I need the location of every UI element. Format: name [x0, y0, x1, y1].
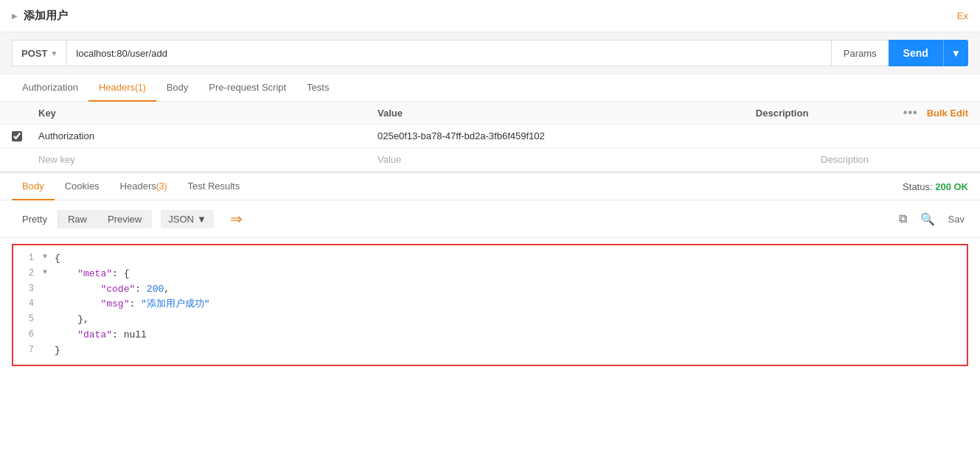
url-bar: POST ▼ Params Send ▼ — [0, 32, 980, 74]
top-bar-left: ▶ 添加用户 — [12, 9, 68, 23]
row-checkbox[interactable] — [12, 131, 22, 141]
tab-prerequest[interactable]: Pre-request Script — [198, 74, 296, 102]
header-col-key: Key — [38, 108, 378, 119]
line-content-3: "code": 200, — [55, 282, 967, 298]
header-row: Authorization 025e0f13-ba78-47ff-bd2a-3f… — [0, 125, 980, 148]
headers-table-header: Key Value Description ••• Bulk Edit — [0, 102, 980, 125]
new-desc-field[interactable]: Description — [821, 154, 968, 165]
code-line-1: 1 ▼ { — [13, 251, 967, 267]
code-line-2: 2 ▼ "meta": { — [13, 267, 967, 282]
tab-headers[interactable]: Headers(1) — [88, 74, 156, 102]
line-num-1: 1 — [13, 251, 43, 265]
new-key-field[interactable]: New key — [38, 154, 378, 165]
tab-body[interactable]: Body — [156, 74, 199, 102]
line-num-3: 3 — [13, 282, 43, 296]
line-num-6: 6 — [13, 328, 43, 342]
collapse-icon-1[interactable]: ▼ — [43, 251, 55, 263]
row-value: 025e0f13-ba78-47ff-bd2a-3fb6f459f102 — [378, 130, 821, 141]
method-select[interactable]: POST ▼ — [12, 40, 66, 66]
code-line-4: 4 "msg": "添加用户成功" — [13, 297, 967, 312]
new-header-row: New key Value Description — [0, 148, 980, 172]
line-content-7: } — [55, 343, 967, 359]
format-preview[interactable]: Preview — [97, 210, 152, 228]
url-input[interactable] — [66, 40, 830, 66]
response-code-viewer: 1 ▼ { 2 ▼ "meta": { 3 "code": 200, 4 — [12, 244, 968, 366]
line-num-5: 5 — [13, 312, 43, 326]
line-num-2: 2 — [13, 267, 43, 281]
tab-authorization[interactable]: Authorization — [12, 74, 88, 102]
response-tabs: Body Cookies Headers(3) Test Results — [12, 173, 250, 200]
more-options-icon[interactable]: ••• — [903, 106, 918, 119]
status-code: 200 OK — [935, 181, 968, 192]
code-line-3: 3 "code": 200, — [13, 282, 967, 298]
send-btn-group: Send ▼ — [889, 40, 968, 66]
send-dropdown-button[interactable]: ▼ — [943, 40, 968, 66]
collapse-icon-4 — [43, 297, 55, 309]
response-tabs-row: Body Cookies Headers(3) Test Results Sta… — [0, 173, 980, 200]
search-icon[interactable]: 🔍 — [917, 209, 939, 230]
wrap-button[interactable]: ⇒ — [223, 206, 250, 231]
tab-response-headers[interactable]: Headers(3) — [110, 173, 178, 200]
collapse-icon-6 — [43, 328, 55, 340]
tab-test-results[interactable]: Test Results — [177, 173, 250, 200]
collapse-icon-2[interactable]: ▼ — [43, 267, 55, 278]
collapse-icon-5 — [43, 312, 55, 324]
response-body-toolbar: Pretty Raw Preview JSON ▼ ⇒ ⧉ 🔍 Sav — [0, 200, 980, 238]
collapse-icon-3 — [43, 282, 55, 294]
tab-cookies[interactable]: Cookies — [55, 173, 110, 200]
code-line-6: 6 "data": null — [13, 328, 967, 343]
line-content-2: "meta": { — [55, 267, 967, 282]
code-line-7: 7 } — [13, 343, 967, 359]
line-content-1: { — [55, 251, 967, 267]
format-pretty[interactable]: Pretty — [12, 210, 58, 228]
status-info: Status: 200 OK — [903, 181, 968, 192]
method-label: POST — [21, 48, 47, 59]
copy-icon[interactable]: ⧉ — [895, 209, 911, 229]
save-button[interactable]: Sav — [945, 210, 968, 228]
json-format-select[interactable]: JSON ▼ — [161, 210, 214, 228]
header-col-value: Value — [378, 108, 756, 119]
line-content-5: }, — [55, 312, 967, 328]
request-tabs: Authorization Headers(1) Body Pre-reques… — [0, 74, 980, 102]
format-tabs: Pretty Raw Preview — [12, 210, 152, 228]
line-num-7: 7 — [13, 343, 43, 357]
line-num-4: 4 — [13, 297, 43, 311]
row-checkbox-wrap[interactable] — [12, 131, 38, 141]
extra-link[interactable]: Ex — [957, 10, 968, 21]
code-line-5: 5 }, — [13, 312, 967, 328]
top-bar: ▶ 添加用户 Ex — [0, 0, 980, 32]
bulk-edit-button[interactable]: Bulk Edit — [927, 108, 968, 119]
params-button[interactable]: Params — [831, 40, 889, 66]
header-col-description: Description — [756, 108, 903, 119]
json-label: JSON — [168, 214, 194, 225]
json-chevron-icon: ▼ — [197, 214, 206, 225]
row-key: Authorization — [38, 130, 378, 141]
breadcrumb-arrow: ▶ — [12, 12, 18, 20]
method-chevron-icon: ▼ — [50, 49, 58, 57]
format-raw[interactable]: Raw — [58, 210, 97, 228]
send-button[interactable]: Send — [889, 40, 943, 66]
collapse-icon-7 — [43, 343, 55, 355]
headers-section: Key Value Description ••• Bulk Edit Auth… — [0, 102, 980, 172]
page-title: 添加用户 — [24, 9, 68, 23]
line-content-4: "msg": "添加用户成功" — [55, 297, 967, 312]
response-actions: ⧉ 🔍 Sav — [895, 209, 968, 230]
line-content-6: "data": null — [55, 328, 967, 343]
header-col-actions: ••• Bulk Edit — [903, 106, 968, 119]
tab-response-body[interactable]: Body — [12, 173, 55, 200]
response-section: Body Cookies Headers(3) Test Results Sta… — [0, 172, 980, 366]
new-value-field[interactable]: Value — [378, 154, 821, 165]
tab-tests[interactable]: Tests — [296, 74, 339, 102]
